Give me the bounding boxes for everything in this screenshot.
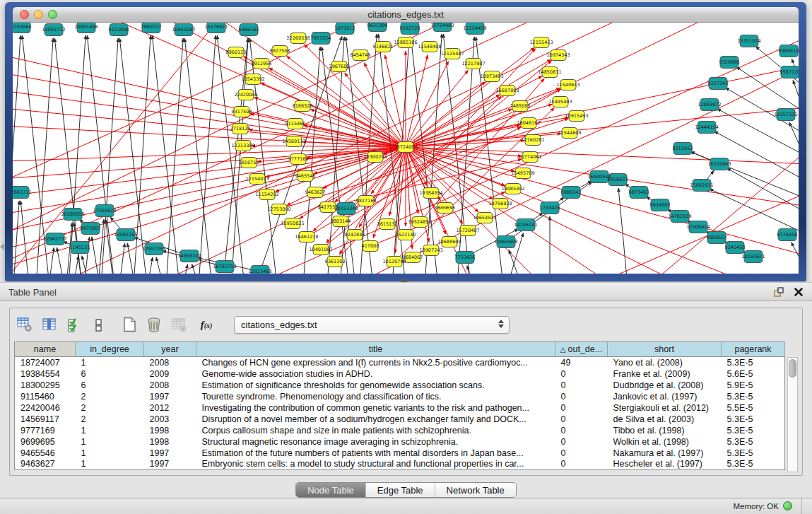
svg-text:14569117: 14569117 <box>282 139 305 144</box>
svg-text:16461218: 16461218 <box>295 234 318 240</box>
svg-text:16440934: 16440934 <box>587 174 611 180</box>
table-header-row: namein_degreeyeartitle△out_de...shortpag… <box>15 342 785 357</box>
table-panel-title: Table Panel <box>8 287 57 298</box>
unselect-all-columns-button[interactable] <box>89 315 109 334</box>
svg-text:9121004: 9121004 <box>109 27 129 33</box>
svg-text:9634505: 9634505 <box>650 202 671 208</box>
tab-node-table[interactable]: Node Table <box>296 483 366 497</box>
panel-collapse-arrow[interactable] <box>0 243 4 250</box>
svg-text:7957224: 7957224 <box>311 35 331 41</box>
svg-text:12506414: 12506414 <box>686 224 710 230</box>
table-panel-header: Table Panel <box>0 282 812 301</box>
svg-text:18300295: 18300295 <box>363 154 387 160</box>
node-table: namein_degreeyeartitle△out_de...shortpag… <box>14 341 785 470</box>
new-table-button[interactable] <box>119 315 139 334</box>
svg-text:15950825: 15950825 <box>281 221 304 226</box>
svg-text:22420046: 22420046 <box>234 92 257 98</box>
svg-text:14055712: 14055712 <box>42 27 65 33</box>
tab-network-table[interactable]: Network Table <box>435 483 516 497</box>
svg-text:14958107: 14958107 <box>177 253 201 259</box>
table-selector-value: citations_edges.txt <box>235 320 317 330</box>
svg-text:8215953: 8215953 <box>673 146 693 151</box>
table-vertical-scrollbar[interactable] <box>787 357 798 472</box>
svg-text:1071912: 1071912 <box>335 25 355 31</box>
network-window[interactable]: citations_edges.txt 18724007222605389827… <box>5 2 806 281</box>
svg-text:2803144: 2803144 <box>331 218 351 224</box>
svg-text:9360810: 9360810 <box>779 48 799 54</box>
svg-text:12942737: 12942737 <box>43 236 66 242</box>
table-row[interactable]: 969969511998Structural magnetic resonanc… <box>15 436 785 448</box>
svg-text:6466161: 6466161 <box>239 27 259 33</box>
svg-text:9361303: 9361303 <box>325 259 346 264</box>
tab-edge-table[interactable]: Edge Table <box>366 483 435 497</box>
table-row[interactable]: 911546021997Tourette syndrome. Phenomeno… <box>15 391 785 402</box>
scrollbar-thumb[interactable] <box>789 359 796 378</box>
column-header-short[interactable]: short <box>608 342 722 357</box>
delete-table-button[interactable] <box>144 315 164 334</box>
svg-text:15751074: 15751074 <box>737 38 760 44</box>
table-row[interactable]: 946554611997Estimation of the future num… <box>15 448 785 459</box>
show-columns-button[interactable] <box>40 315 59 334</box>
svg-text:20891406: 20891406 <box>74 24 98 30</box>
table-row[interactable]: 946362711997Embryonic stem cells: a mode… <box>15 459 785 470</box>
column-header-year[interactable]: year <box>144 342 196 357</box>
svg-text:8631304: 8631304 <box>367 23 388 28</box>
column-header-title[interactable]: title <box>196 342 555 357</box>
svg-text:11154292: 11154292 <box>255 192 278 197</box>
svg-text:12444154: 12444154 <box>695 124 718 130</box>
table-row[interactable]: 1872400712008Changes of HCN gene express… <box>15 357 785 368</box>
memory-status-label: Memory: OK <box>733 502 779 510</box>
float-panel-button[interactable] <box>772 286 785 298</box>
select-all-columns-button[interactable] <box>64 315 84 334</box>
svg-text:13505155: 13505155 <box>114 232 137 238</box>
svg-text:11544609: 11544609 <box>558 130 581 136</box>
svg-text:9115460: 9115460 <box>286 121 306 127</box>
table-row[interactable]: 977716911998Corpus callosum shape and si… <box>15 425 785 436</box>
new-document-icon <box>122 317 137 332</box>
svg-text:14702039: 14702039 <box>668 214 691 219</box>
column-header-out_de[interactable]: △out_de... <box>555 342 608 357</box>
svg-text:9465546: 9465546 <box>295 173 316 179</box>
function-builder-button[interactable]: f(x) <box>194 315 219 334</box>
table-row[interactable]: 2242004622012Investigating the contribut… <box>15 402 785 414</box>
table-panel-body: f(x) citations_edges.txt namein_degreeye… <box>0 301 812 498</box>
svg-text:17957255: 17957255 <box>142 246 165 252</box>
svg-text:9227343: 9227343 <box>708 81 729 86</box>
svg-text:11548408: 11548408 <box>418 44 441 49</box>
svg-text:10193621: 10193621 <box>741 254 765 259</box>
network-canvas[interactable]: 1872400722260538982750889129548860123105… <box>13 23 799 274</box>
column-header-name[interactable]: name <box>15 342 76 357</box>
table-selector-dropdown[interactable]: citations_edges.txt <box>234 316 510 334</box>
show-columns-icon <box>42 317 57 332</box>
svg-text:8186328: 8186328 <box>293 103 313 109</box>
svg-text:20206556: 20206556 <box>61 211 84 217</box>
svg-text:16782759: 16782759 <box>213 264 236 269</box>
svg-text:12661211: 12661211 <box>13 189 32 195</box>
svg-text:9245450: 9245450 <box>725 245 746 250</box>
node-table-body: 1872400712008Changes of HCN gene express… <box>15 357 785 470</box>
svg-text:12155413: 12155413 <box>529 40 553 45</box>
svg-text:16046162: 16046162 <box>517 120 540 126</box>
svg-text:8103064: 8103064 <box>13 24 31 30</box>
unselect-all-icon <box>91 317 107 332</box>
svg-text:19524851: 19524851 <box>408 219 431 225</box>
table-row[interactable]: 1938455462009Genome-wide association stu… <box>15 368 785 380</box>
svg-text:2967608: 2967608 <box>329 64 350 69</box>
table-tabs: Node TableEdge TableNetwork Table <box>10 482 802 498</box>
svg-text:15495493: 15495493 <box>548 99 572 105</box>
memory-ok-indicator[interactable] <box>783 501 792 510</box>
float-window-icon <box>773 286 784 298</box>
svg-text:10120746: 10120746 <box>382 259 406 264</box>
table-settings-button[interactable] <box>15 315 35 334</box>
close-panel-button[interactable] <box>792 286 805 298</box>
svg-text:9699695: 9699695 <box>435 205 456 211</box>
table-row[interactable]: 1456911722003Disruption of a novel membe… <box>15 414 785 425</box>
column-header-pagerank[interactable]: pagerank <box>722 342 785 357</box>
window-titlebar[interactable]: citations_edges.txt <box>13 7 799 23</box>
svg-text:20153346: 20153346 <box>334 206 358 211</box>
table-row[interactable]: 1830029562008Estimation of significance … <box>15 380 785 391</box>
svg-text:18085492: 18085492 <box>501 186 524 192</box>
table-panel-inner: f(x) citations_edges.txt namein_degreeye… <box>9 308 803 476</box>
column-header-in_degree[interactable]: in_degree <box>76 342 144 357</box>
svg-text:10543392: 10543392 <box>241 76 264 82</box>
